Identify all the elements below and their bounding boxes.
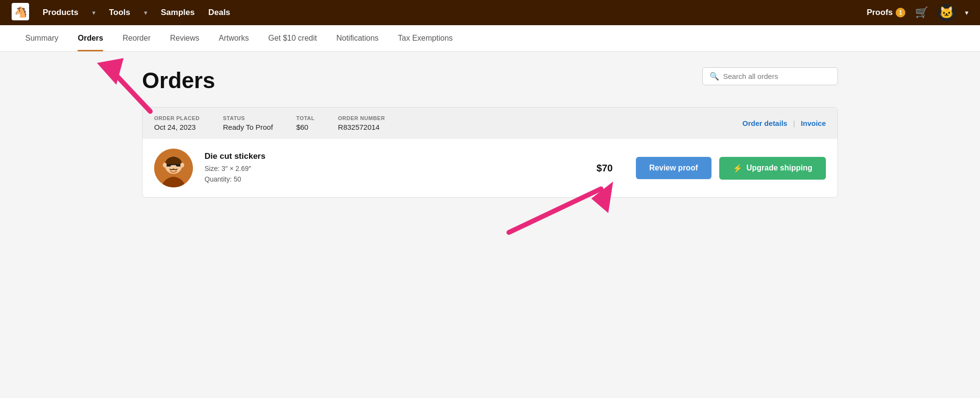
item-name: Die cut stickers (205, 152, 574, 161)
item-price: $70 (585, 163, 624, 174)
nav-products[interactable]: Products (43, 8, 79, 17)
order-header: ORDER PLACED Oct 24, 2023 STATUS Ready T… (142, 107, 838, 139)
svg-point-7 (163, 163, 167, 168)
order-status-label: STATUS (223, 115, 273, 121)
page-header: Orders 🔍 (142, 67, 838, 93)
upgrade-shipping-label: Upgrade shipping (746, 164, 812, 172)
user-icon: 🐱 (939, 6, 954, 19)
logo[interactable]: 🐴 (12, 3, 29, 22)
nav-tools[interactable]: Tools (109, 8, 130, 17)
item-product-image (154, 149, 193, 187)
order-card: ORDER PLACED Oct 24, 2023 STATUS Ready T… (142, 107, 838, 198)
svg-text:🐴: 🐴 (14, 5, 28, 18)
svg-marker-10 (97, 58, 124, 85)
order-status-value: Ready To Proof (223, 123, 273, 131)
products-dropdown-icon: ▾ (92, 9, 95, 16)
item-actions: Review proof ⚡ Upgrade shipping (636, 157, 826, 180)
order-item-row: Die cut stickers Size: 3″ × 2.69″ Quanti… (142, 139, 838, 197)
top-nav-left: 🐴 Products ▾ Tools ▾ Samples Deals (12, 3, 230, 22)
order-total-value: $60 (296, 123, 315, 131)
nav-deals[interactable]: Deals (208, 8, 230, 17)
tab-summary[interactable]: Summary (16, 25, 68, 51)
tab-reorder[interactable]: Reorder (113, 25, 160, 51)
order-number-group: ORDER NUMBER R832572014 (338, 115, 385, 131)
pipe-divider: | (793, 119, 795, 127)
tools-dropdown-icon: ▾ (144, 9, 147, 16)
user-dropdown-icon[interactable]: ▾ (965, 9, 968, 16)
order-status-group: STATUS Ready To Proof (223, 115, 273, 131)
order-placed-label: ORDER PLACED (154, 115, 200, 121)
tab-notifications[interactable]: Notifications (327, 25, 388, 51)
proofs-label: Proofs (867, 8, 893, 17)
review-proof-button[interactable]: Review proof (636, 157, 711, 179)
search-input[interactable] (723, 72, 830, 80)
tab-credit[interactable]: Get $10 credit (258, 25, 327, 51)
order-total-group: TOTAL $60 (296, 115, 315, 131)
item-quantity: Quantity: 50 (205, 174, 574, 184)
tab-artworks[interactable]: Artworks (209, 25, 258, 51)
upgrade-shipping-icon: ⚡ (733, 164, 743, 173)
order-header-actions: Order details | Invoice (743, 119, 826, 127)
top-nav-right: Proofs 1 🛒 🐱 ▾ (867, 4, 968, 21)
tab-orders[interactable]: Orders (68, 25, 112, 51)
item-avatar (154, 149, 193, 187)
sub-navigation: Summary Orders Reorder Reviews Artworks … (0, 25, 980, 52)
item-details: Die cut stickers Size: 3″ × 2.69″ Quanti… (205, 152, 574, 185)
svg-point-8 (180, 163, 184, 168)
order-total-label: TOTAL (296, 115, 315, 121)
tab-reviews[interactable]: Reviews (160, 25, 209, 51)
proofs-button[interactable]: Proofs 1 (867, 8, 905, 17)
order-placed-group: ORDER PLACED Oct 24, 2023 (154, 115, 200, 131)
proofs-badge: 1 (896, 8, 905, 17)
invoice-link[interactable]: Invoice (801, 119, 826, 127)
page-title: Orders (142, 67, 215, 93)
top-navigation: 🐴 Products ▾ Tools ▾ Samples Deals Proof… (0, 0, 980, 25)
order-number-value: R832572014 (338, 123, 385, 131)
tab-tax-exemptions[interactable]: Tax Exemptions (388, 25, 462, 51)
cart-icon[interactable]: 🛒 (915, 6, 928, 19)
upgrade-shipping-button[interactable]: ⚡ Upgrade shipping (719, 157, 826, 180)
user-avatar[interactable]: 🐱 (938, 4, 955, 21)
nav-samples[interactable]: Samples (161, 8, 195, 17)
order-number-label: ORDER NUMBER (338, 115, 385, 121)
search-box[interactable]: 🔍 (702, 67, 838, 85)
order-placed-value: Oct 24, 2023 (154, 123, 200, 131)
search-icon: 🔍 (710, 72, 719, 81)
order-details-link[interactable]: Order details (743, 119, 788, 127)
main-content: Orders 🔍 ORDER PLACED Oct 24, 2023 STATU… (126, 52, 854, 213)
item-size: Size: 3″ × 2.69″ (205, 163, 574, 174)
